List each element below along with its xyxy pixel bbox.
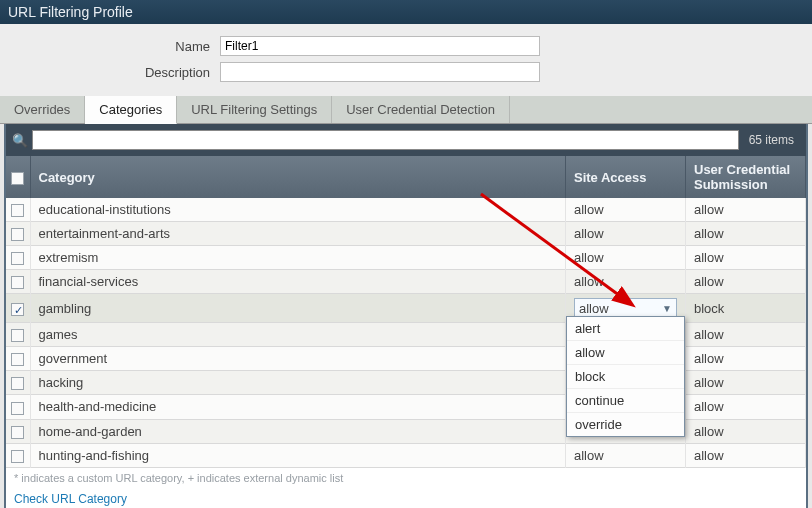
site-access-cell[interactable]: allow — [566, 246, 686, 270]
site-access-cell[interactable]: allow — [566, 222, 686, 246]
search-icon: 🔍 — [12, 133, 28, 148]
credential-cell[interactable]: allow — [686, 371, 806, 395]
table-row[interactable]: health-and-medicineallow — [6, 395, 806, 419]
items-count: 65 items — [743, 133, 800, 147]
categories-table: Category Site Access User Credential Sub… — [6, 156, 806, 468]
description-label: Description — [140, 65, 220, 80]
credential-cell[interactable]: allow — [686, 222, 806, 246]
category-cell: health-and-medicine — [30, 395, 566, 419]
table-row[interactable]: educational-institutionsallowallow — [6, 198, 806, 222]
credential-cell[interactable]: allow — [686, 323, 806, 347]
table-row[interactable]: hunting-and-fishingallowallow — [6, 443, 806, 467]
row-checkbox[interactable] — [6, 419, 30, 443]
check-url-category-link[interactable]: Check URL Category — [6, 488, 806, 508]
site-access-dropdown-menu: alertallowblockcontinueoverride — [566, 316, 685, 437]
row-checkbox[interactable] — [6, 198, 30, 222]
site-access-cell[interactable]: allow — [566, 270, 686, 294]
row-checkbox[interactable] — [6, 395, 30, 419]
search-input[interactable] — [32, 130, 739, 150]
credential-cell[interactable]: allow — [686, 246, 806, 270]
table-row[interactable]: hackingallow — [6, 371, 806, 395]
row-checkbox[interactable] — [6, 371, 30, 395]
category-cell: hunting-and-fishing — [30, 443, 566, 467]
search-bar: 🔍 65 items — [6, 124, 806, 156]
header-site-access[interactable]: Site Access — [566, 156, 686, 198]
row-checkbox[interactable] — [6, 270, 30, 294]
tab-categories[interactable]: Categories — [85, 96, 177, 124]
category-cell: home-and-garden — [30, 419, 566, 443]
credential-cell[interactable]: block — [686, 294, 806, 323]
tabs: Overrides Categories URL Filtering Setti… — [0, 96, 812, 124]
table-row[interactable]: gamblingallow▼alertallowblockcontinueove… — [6, 294, 806, 323]
row-checkbox[interactable] — [6, 294, 30, 323]
dropdown-item[interactable]: continue — [567, 389, 684, 413]
tab-overrides[interactable]: Overrides — [0, 96, 85, 123]
description-field[interactable] — [220, 62, 540, 82]
table-row[interactable]: governmentallow — [6, 347, 806, 371]
category-cell: financial-services — [30, 270, 566, 294]
name-field[interactable] — [220, 36, 540, 56]
profile-form: Name Description — [0, 24, 812, 96]
tab-user-credential-detection[interactable]: User Credential Detection — [332, 96, 510, 123]
row-checkbox[interactable] — [6, 222, 30, 246]
tab-url-filtering-settings[interactable]: URL Filtering Settings — [177, 96, 332, 123]
table-row[interactable]: financial-servicesallowallow — [6, 270, 806, 294]
category-cell: extremism — [30, 246, 566, 270]
table-row[interactable]: extremismallowallow — [6, 246, 806, 270]
category-cell: games — [30, 323, 566, 347]
site-access-dropdown[interactable]: allow▼ — [574, 298, 677, 318]
header-category[interactable]: Category — [30, 156, 566, 198]
header-credential[interactable]: User Credential Submission — [686, 156, 806, 198]
site-access-cell[interactable]: allow — [566, 198, 686, 222]
header-checkbox[interactable] — [6, 156, 30, 198]
row-checkbox[interactable] — [6, 246, 30, 270]
footer-note: * indicates a custom URL category, + ind… — [6, 468, 806, 488]
dropdown-item[interactable]: alert — [567, 317, 684, 341]
category-cell: entertainment-and-arts — [30, 222, 566, 246]
site-access-cell[interactable]: allow — [566, 443, 686, 467]
dropdown-item[interactable]: override — [567, 413, 684, 436]
credential-cell[interactable]: allow — [686, 270, 806, 294]
category-cell: government — [30, 347, 566, 371]
credential-cell[interactable]: allow — [686, 198, 806, 222]
dropdown-item[interactable]: allow — [567, 341, 684, 365]
chevron-down-icon: ▼ — [662, 303, 672, 314]
dropdown-item[interactable]: block — [567, 365, 684, 389]
category-cell: gambling — [30, 294, 566, 323]
row-checkbox[interactable] — [6, 443, 30, 467]
site-access-cell[interactable]: allow▼alertallowblockcontinueoverride — [566, 294, 686, 323]
credential-cell[interactable]: allow — [686, 347, 806, 371]
window-title: URL Filtering Profile — [0, 0, 812, 24]
table-row[interactable]: home-and-gardenallow — [6, 419, 806, 443]
credential-cell[interactable]: allow — [686, 395, 806, 419]
credential-cell[interactable]: allow — [686, 443, 806, 467]
row-checkbox[interactable] — [6, 323, 30, 347]
categories-panel: 🔍 65 items Category Site Access User Cre… — [4, 124, 808, 508]
name-label: Name — [140, 39, 220, 54]
table-row[interactable]: entertainment-and-artsallowallow — [6, 222, 806, 246]
table-row[interactable]: gamesallow — [6, 323, 806, 347]
row-checkbox[interactable] — [6, 347, 30, 371]
category-cell: educational-institutions — [30, 198, 566, 222]
credential-cell[interactable]: allow — [686, 419, 806, 443]
category-cell: hacking — [30, 371, 566, 395]
